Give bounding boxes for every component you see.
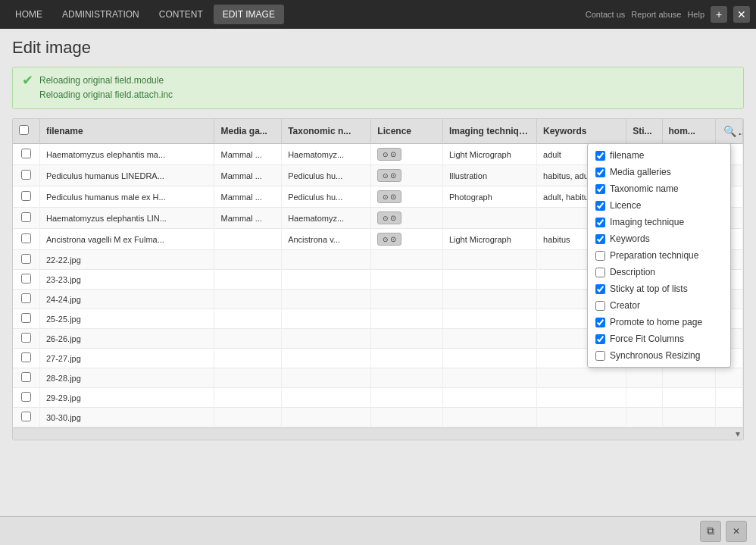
column-dropdown-item[interactable]: Creator: [588, 297, 730, 314]
cell-taxonomic-name: [282, 349, 371, 368]
table-row: 29-29.jpg: [13, 388, 743, 408]
cell-filename: 22-22.jpg: [39, 250, 214, 270]
row-checkbox[interactable]: [21, 191, 31, 201]
cell-imaging-technique: [442, 309, 536, 329]
column-dropdown-item[interactable]: Sticky at top of lists: [588, 280, 730, 297]
column-dropdown-item[interactable]: Taxonomic name: [588, 180, 730, 197]
header-sticky[interactable]: Sti...: [626, 119, 662, 144]
row-checkbox[interactable]: [21, 212, 31, 222]
column-toggle-checkbox[interactable]: [595, 284, 605, 294]
cell-keywords: [537, 408, 626, 428]
row-checkbox[interactable]: [21, 149, 31, 158]
close-button[interactable]: ✕: [733, 6, 750, 23]
row-checkbox[interactable]: [21, 233, 31, 243]
header-taxonomic-name[interactable]: Taxonomic n...: [282, 119, 371, 144]
cell-imaging-technique: [442, 388, 536, 408]
cell-taxonomic-name: [282, 309, 371, 329]
cell-keywords: [537, 388, 626, 408]
row-checkbox[interactable]: [21, 293, 31, 303]
column-toggle-checkbox[interactable]: [595, 151, 605, 161]
contact-us-link[interactable]: Contact us: [586, 10, 626, 19]
topbar-links: Contact us Report abuse Help + ✕: [586, 6, 750, 23]
header-home[interactable]: hom...: [662, 119, 716, 144]
cell-filename: 25-25.jpg: [39, 309, 214, 329]
cell-taxonomic-name: [282, 290, 371, 309]
row-checkbox[interactable]: [21, 313, 31, 323]
table-row: 28-28.jpg: [13, 368, 743, 388]
column-dropdown-item[interactable]: Synchronous Resizing: [588, 347, 730, 364]
column-dropdown-item[interactable]: Keywords: [588, 230, 730, 247]
column-toggle-checkbox[interactable]: [595, 268, 605, 277]
nav-content[interactable]: CONTENT: [150, 5, 212, 24]
cc-icon: ⊙: [383, 172, 389, 180]
header-filename[interactable]: filename: [39, 119, 214, 144]
column-dropdown-item[interactable]: Media galleries: [588, 164, 730, 180]
column-dropdown-item[interactable]: filename: [588, 147, 730, 164]
cell-imaging-technique: Photograph: [442, 186, 536, 208]
row-checkbox[interactable]: [21, 352, 31, 362]
header-imaging-technique[interactable]: Imaging techniqu...: [442, 119, 536, 144]
cell-imaging-technique: [442, 208, 536, 229]
column-toggle-checkbox[interactable]: [595, 251, 605, 261]
cell-imaging-technique: [442, 408, 536, 428]
header-search[interactable]: 🔍: [716, 119, 743, 144]
cell-filename: Pediculus humanus LINEDRA...: [39, 165, 214, 186]
cell-empty: [716, 368, 743, 388]
column-toggle-checkbox[interactable]: [595, 318, 605, 327]
cell-home: [662, 368, 716, 388]
status-check-icon: ✔: [22, 74, 33, 87]
cell-media-gallery: [214, 349, 282, 368]
column-toggle-label: Taxonomic name: [610, 183, 679, 194]
column-toggle-checkbox[interactable]: [595, 184, 605, 194]
header-media-gallery[interactable]: Media ga...: [214, 119, 282, 144]
delete-button[interactable]: ✕: [726, 521, 747, 542]
nav-home[interactable]: HOME: [6, 5, 52, 24]
header-keywords[interactable]: Keywords: [537, 119, 626, 144]
column-toggle-label: Preparation technique: [610, 250, 698, 261]
scroll-down-arrow[interactable]: ▼: [734, 430, 742, 438]
cell-taxonomic-name: Haematomyz...: [282, 144, 371, 165]
nav-edit-image[interactable]: EDIT IMAGE: [214, 5, 284, 24]
column-toggle-checkbox[interactable]: [595, 234, 605, 244]
header-licence[interactable]: Licence: [371, 119, 443, 144]
row-checkbox[interactable]: [21, 372, 31, 382]
cell-filename: Haematomyzus elephantis LIN...: [39, 208, 214, 229]
header-check[interactable]: [13, 119, 39, 144]
row-checkbox[interactable]: [21, 412, 31, 421]
row-checkbox[interactable]: [21, 274, 31, 283]
cc-icon: ⊙: [383, 236, 389, 243]
cc-licence-badge: ⊙⊙: [377, 233, 401, 246]
column-dropdown-item[interactable]: Promote to home page: [588, 314, 730, 330]
cell-imaging-technique: Light Micrograph: [442, 229, 536, 250]
column-toggle-checkbox[interactable]: [595, 218, 605, 227]
cc-licence-badge: ⊙⊙: [377, 169, 401, 182]
cell-licence: ⊙⊙: [371, 229, 443, 250]
column-toggle-label: Description: [610, 267, 655, 277]
column-toggle-checkbox[interactable]: [595, 351, 605, 361]
report-abuse-link[interactable]: Report abuse: [631, 10, 681, 19]
row-checkbox[interactable]: [21, 170, 31, 180]
cell-imaging-technique: [442, 250, 536, 270]
column-toggle-checkbox[interactable]: [595, 334, 605, 344]
cell-taxonomic-name: [282, 250, 371, 270]
copy-button[interactable]: ⧉: [700, 521, 721, 542]
cell-media-gallery: [214, 229, 282, 250]
row-checkbox[interactable]: [21, 333, 31, 343]
column-selector-dropdown: filenameMedia galleriesTaxonomic nameLic…: [587, 143, 731, 368]
column-dropdown-item[interactable]: Imaging technique: [588, 214, 730, 230]
select-all-checkbox[interactable]: [19, 125, 29, 135]
help-link[interactable]: Help: [687, 10, 704, 19]
plus-button[interactable]: +: [711, 6, 727, 23]
column-toggle-checkbox[interactable]: [595, 168, 605, 177]
column-toggle-checkbox[interactable]: [595, 301, 605, 311]
row-checkbox[interactable]: [21, 392, 31, 402]
column-dropdown-item[interactable]: Preparation technique: [588, 247, 730, 264]
nav-administration[interactable]: ADMINISTRATION: [53, 5, 148, 24]
column-dropdown-item[interactable]: Description: [588, 264, 730, 280]
column-dropdown-item[interactable]: Licence: [588, 197, 730, 214]
column-dropdown-item[interactable]: Force Fit Columns: [588, 330, 730, 347]
column-search-button[interactable]: 🔍: [722, 124, 738, 139]
cell-taxonomic-name: Ancistrona v...: [282, 229, 371, 250]
column-toggle-checkbox[interactable]: [595, 201, 605, 211]
row-checkbox[interactable]: [21, 254, 31, 264]
